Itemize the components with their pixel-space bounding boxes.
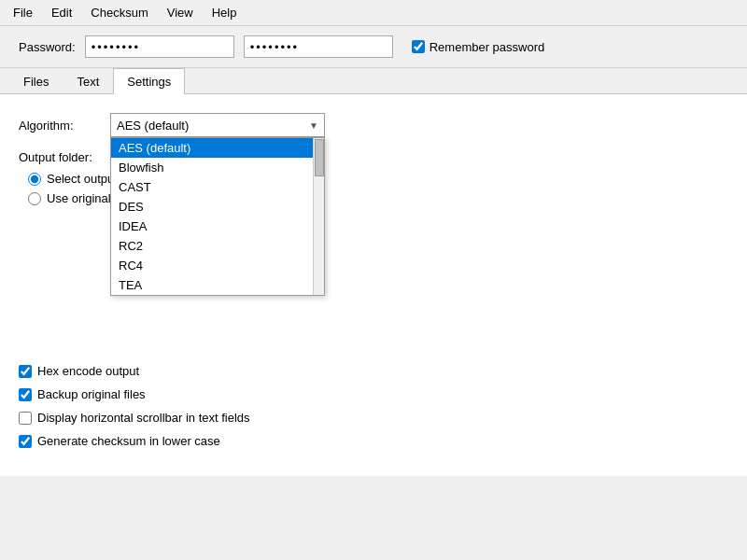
checkbox-scrollbar-label: Display horizontal scrollbar in text fie… [37, 411, 250, 425]
checkbox-row-backup: Backup original files [19, 387, 728, 401]
dropdown-scrollbar[interactable] [313, 138, 324, 295]
menu-file[interactable]: File [4, 2, 42, 23]
algorithm-selected-value: AES (default) [117, 119, 189, 133]
dropdown-item-blowfish[interactable]: Blowfish [111, 158, 324, 177]
password-input-1[interactable] [85, 35, 234, 58]
algorithm-select-wrapper: AES (default) ▼ AES (default) Blowfish C… [110, 113, 325, 137]
password-label: Password: [19, 40, 76, 54]
password-input-2[interactable] [244, 35, 393, 58]
checkbox-row-hex: Hex encode output [19, 364, 728, 378]
checkbox-hex-label: Hex encode output [37, 364, 139, 378]
dropdown-item-rc4[interactable]: RC4 [111, 256, 324, 275]
dropdown-item-cast[interactable]: CAST [111, 177, 324, 197]
dropdown-item-des[interactable]: DES [111, 197, 324, 217]
tab-settings[interactable]: Settings [113, 68, 185, 94]
checkbox-backup[interactable] [19, 388, 32, 401]
menu-edit[interactable]: Edit [42, 2, 81, 23]
dropdown-scrollbar-thumb [315, 139, 324, 176]
dropdown-item-rc2[interactable]: RC2 [111, 236, 324, 256]
output-folder-label: Output folder: [19, 150, 103, 164]
radio-original-folder[interactable] [28, 192, 41, 205]
dropdown-arrow-icon: ▼ [309, 120, 318, 131]
dropdown-item-aes[interactable]: AES (default) [111, 138, 324, 158]
checkbox-hex-encode[interactable] [19, 365, 32, 378]
checkbox-scrollbar[interactable] [19, 412, 32, 425]
remember-row: Remember password [412, 40, 545, 54]
remember-label: Remember password [430, 40, 545, 54]
menu-checksum[interactable]: Checksum [81, 2, 157, 23]
algorithm-select[interactable]: AES (default) ▼ [110, 113, 325, 137]
radio-select-folder[interactable] [28, 173, 41, 186]
algorithm-dropdown-list: AES (default) Blowfish CAST DES IDEA RC2… [110, 137, 325, 296]
checkbox-row-lowercase: Generate checksum in lower case [19, 434, 728, 448]
checkbox-lowercase[interactable] [19, 435, 32, 448]
algorithm-row: Algorithm: AES (default) ▼ AES (default)… [19, 113, 728, 137]
checkbox-backup-label: Backup original files [37, 387, 146, 401]
remember-checkbox[interactable] [412, 40, 425, 53]
tabs: Files Text Settings [0, 68, 747, 94]
algorithm-label: Algorithm: [19, 119, 103, 133]
menubar: File Edit Checksum View Help [0, 0, 747, 26]
checkbox-lowercase-label: Generate checksum in lower case [37, 434, 220, 448]
checkbox-row-scrollbar: Display horizontal scrollbar in text fie… [19, 411, 728, 425]
settings-panel: Algorithm: AES (default) ▼ AES (default)… [0, 94, 747, 476]
dropdown-item-idea[interactable]: IDEA [111, 217, 324, 236]
menu-help[interactable]: Help [203, 2, 247, 23]
dropdown-item-tea[interactable]: TEA [111, 275, 324, 295]
tab-text[interactable]: Text [63, 68, 113, 94]
tab-files[interactable]: Files [9, 68, 63, 94]
checkboxes-section: Hex encode output Backup original files … [19, 364, 728, 448]
menu-view[interactable]: View [158, 2, 203, 23]
password-row: Password: Remember password [0, 26, 747, 68]
